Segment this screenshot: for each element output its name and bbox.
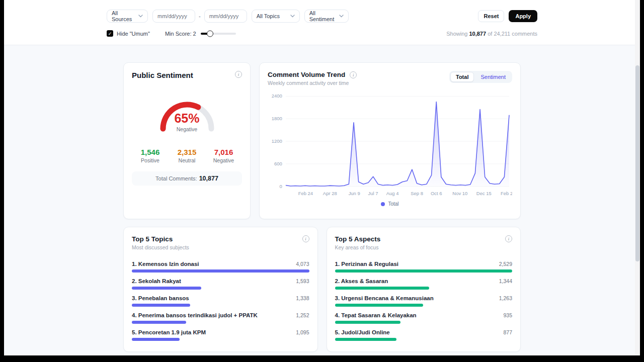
info-icon[interactable]: [235, 71, 242, 78]
neutral-label: Neutral: [169, 157, 205, 163]
svg-text:Jun 9: Jun 9: [349, 191, 360, 196]
svg-text:0: 0: [280, 184, 282, 189]
item-bar-fill: [132, 338, 180, 341]
item-bar-fill: [132, 287, 201, 290]
card-title: Top 5 Topics: [132, 235, 189, 243]
top-topics-card: Top 5 Topics Most discussed subjects 1. …: [123, 227, 318, 352]
topics-select[interactable]: All Topics: [252, 10, 300, 23]
chevron-down-icon: [138, 15, 143, 18]
list-item: 3. Penebalan bansos1,338: [132, 295, 309, 307]
list-item: 4. Penerima bansos terindikasi judol + P…: [132, 312, 309, 324]
positive-stat: 1,546 Positive: [132, 148, 169, 163]
chart-legend: Total: [268, 201, 512, 207]
item-bar-track: [335, 321, 513, 324]
item-bar-fill: [335, 269, 513, 273]
date-range-separator: -: [199, 13, 201, 19]
info-icon[interactable]: [505, 235, 512, 242]
apply-button[interactable]: Apply: [509, 10, 537, 22]
item-value: 1,263: [499, 295, 512, 302]
aspects-list: 1. Perizinan & Regulasi2,5292. Akses & S…: [335, 260, 513, 341]
negative-label: Negative: [205, 157, 242, 163]
date-to-input[interactable]: mm/dd/yyyy: [204, 10, 247, 23]
list-item: 3. Urgensi Bencana & Kemanusiaan1,263: [335, 295, 513, 307]
item-label: 2. Sekolah Rakyat: [132, 278, 181, 285]
svg-text:Nov 10: Nov 10: [452, 191, 467, 196]
svg-text:Aug 4: Aug 4: [386, 191, 399, 196]
negative-value: 7,016: [205, 148, 242, 156]
item-bar-track: [335, 287, 513, 290]
min-score-label: Min Score: 2: [165, 31, 196, 37]
item-label: 4. Tepat Sasaran & Kelayakan: [335, 312, 417, 319]
sources-select[interactable]: All Sources: [107, 10, 148, 23]
hide-umum-checkbox[interactable]: Hide "Umum": [107, 30, 150, 37]
item-label: 3. Urgensi Bencana & Kemanusiaan: [335, 295, 434, 302]
item-value: 1,593: [296, 278, 309, 285]
reset-button[interactable]: Reset: [478, 10, 504, 22]
chevron-down-icon: [339, 15, 344, 18]
list-item: 1. Kemensos Izin donasi4,073: [132, 260, 309, 273]
item-bar-track: [132, 338, 309, 341]
item-label: 3. Penebalan bansos: [132, 295, 189, 302]
date-to-placeholder: mm/dd/yyyy: [209, 13, 239, 19]
slider-knob[interactable]: [207, 30, 213, 37]
showing-count-value: 10,877: [469, 31, 486, 37]
list-item: 5. Pencoretan 1.9 juta KPM1,095: [132, 329, 309, 341]
negative-stat: 7,016 Negative: [205, 148, 242, 163]
item-bar-track: [132, 269, 309, 273]
svg-text:Feb 2: Feb 2: [501, 191, 512, 196]
svg-text:Jul 7: Jul 7: [368, 191, 378, 196]
svg-text:Feb 24: Feb 24: [298, 191, 313, 196]
item-bar-track: [335, 304, 513, 307]
gauge-value: 65%: [157, 112, 217, 125]
svg-text:Dec 15: Dec 15: [476, 191, 492, 196]
public-sentiment-card: Public Sentiment 65% Negative 1,546: [123, 62, 251, 219]
item-label: 1. Kemensos Izin donasi: [132, 260, 199, 267]
svg-text:1200: 1200: [272, 138, 282, 144]
item-label: 5. Judol/Judi Online: [335, 329, 390, 336]
list-item: 2. Akses & Sasaran1,344: [335, 278, 513, 290]
item-label: 2. Akses & Sasaran: [335, 278, 388, 285]
card-title: Comment Volume Trend: [268, 71, 345, 78]
svg-text:1800: 1800: [272, 116, 282, 121]
item-bar-fill: [335, 338, 396, 341]
info-icon[interactable]: [350, 71, 357, 78]
sentiment-gauge: 65% Negative: [157, 98, 217, 136]
legend-label: Total: [388, 201, 398, 207]
item-bar-track: [335, 269, 513, 273]
toggle-total-button[interactable]: Total: [450, 72, 474, 82]
neutral-stat: 2,315 Neutral: [169, 148, 205, 163]
toggle-sentiment-button[interactable]: Sentiment: [475, 72, 511, 82]
info-icon[interactable]: [302, 235, 309, 242]
gauge-label: Negative: [157, 126, 217, 132]
topics-select-value: All Topics: [257, 13, 280, 19]
chart-area-fill: [286, 102, 509, 187]
card-subtitle: Weekly comment activity over time: [268, 80, 357, 86]
item-value: 877: [503, 329, 512, 336]
item-bar-fill: [335, 287, 429, 290]
topics-list: 1. Kemensos Izin donasi4,0732. Sekolah R…: [132, 260, 309, 341]
sentiment-select-value: All Sentiment: [309, 10, 335, 22]
scrollbar-track[interactable]: [635, 0, 640, 355]
checkbox-checked-icon: [107, 30, 113, 37]
sentiment-select[interactable]: All Sentiment: [304, 10, 349, 23]
date-from-input[interactable]: mm/dd/yyyy: [152, 10, 195, 23]
volume-trend-chart: 0600120018002400Feb 24Apr 28Jun 9Jul 7Au…: [268, 92, 512, 199]
top-aspects-card: Top 5 Aspects Key areas of focus 1. Peri…: [327, 227, 521, 352]
item-value: 2,529: [499, 260, 512, 267]
item-value: 1,344: [499, 278, 512, 285]
sentiment-stats: 1,546 Positive 2,315 Neutral 7,016 Negat…: [132, 148, 242, 163]
list-item: 4. Tepat Sasaran & Kelayakan935: [335, 312, 513, 324]
date-from-placeholder: mm/dd/yyyy: [157, 13, 187, 19]
volume-trend-card: Comment Volume Trend Weekly comment acti…: [259, 62, 521, 219]
item-value: 4,073: [296, 260, 309, 267]
dashboard-content: Public Sentiment 65% Negative 1,546: [123, 45, 521, 352]
card-title: Top 5 Aspects: [335, 235, 381, 243]
svg-text:Apr 28: Apr 28: [323, 191, 337, 196]
card-subtitle: Most discussed subjects: [132, 244, 189, 250]
list-item: 1. Perizinan & Regulasi2,529: [335, 260, 513, 273]
scrollbar-thumb[interactable]: [635, 65, 639, 261]
item-label: 5. Pencoretan 1.9 juta KPM: [132, 329, 206, 336]
item-bar-fill: [335, 321, 400, 324]
min-score-slider[interactable]: [201, 33, 236, 35]
list-item: 2. Sekolah Rakyat1,593: [132, 278, 309, 290]
